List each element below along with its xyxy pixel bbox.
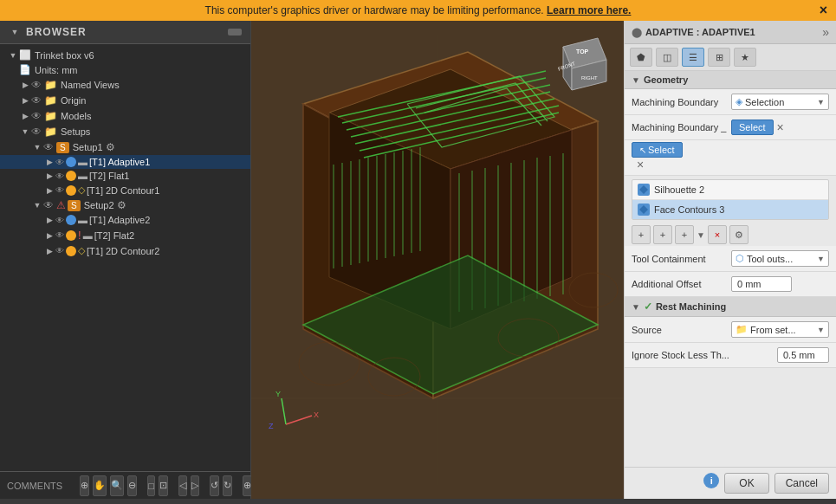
toolbar-btn-plus[interactable]: ⊕	[80, 475, 89, 496]
tree-item-named-views[interactable]: ▶ 👁 📁 Named Views	[0, 77, 250, 93]
geometry-section-header[interactable]: ▼ Geometry	[625, 71, 836, 89]
list-item-silhouette2[interactable]: Silhouette 2	[632, 180, 828, 200]
tree-item-t1contour2[interactable]: ▶ 👁 ◇ [T1] 2D Contour2	[0, 243, 250, 258]
tree-item-setup2[interactable]: ▼ 👁 ⚠ S Setup2 ⚙	[0, 197, 250, 213]
t2flat1-status-icon	[66, 171, 76, 181]
additional-offset-input[interactable]	[731, 276, 792, 292]
face-contours3-label: Face Contours 3	[654, 204, 724, 215]
t1adaptive2-label: [T1] Adaptive2	[89, 215, 150, 225]
svg-text:TOP: TOP	[576, 48, 589, 55]
expand-trinket-icon[interactable]: ▼	[7, 51, 19, 60]
svg-text:X: X	[314, 410, 319, 419]
close-boundary-button[interactable]: ×	[775, 120, 786, 134]
ignore-stock-input[interactable]	[777, 347, 829, 363]
source-dropdown[interactable]: 📁 From set... ▼	[731, 321, 829, 338]
expand-t1adaptive2-icon[interactable]: ▶	[43, 216, 55, 224]
machining-boundary2-row: Machining Boundary _ Select ×	[625, 115, 836, 140]
toolbar-btn-zoom-in[interactable]: 🔍	[110, 475, 124, 496]
toolbar-btn-fwd[interactable]: ▷	[191, 475, 199, 496]
main-row: ▼ BROWSER ▼ ⬜ Trinket box v6 📄 Units: mm	[0, 21, 836, 499]
warning-text: This computer's graphics driver or hardw…	[205, 4, 544, 16]
warning-close-button[interactable]: ×	[820, 3, 827, 18]
toolbar-btn-hand[interactable]: ✋	[93, 475, 107, 496]
panel-title: ADAPTIVE : ADAPTIVE1	[645, 27, 819, 37]
t1contour1-label: [T1] 2D Contour1	[87, 185, 159, 196]
right-panel: ⬤ ADAPTIVE : ADAPTIVE1 » ⬟ ◫ ☰ ⊞ ★ ▼ Geo…	[624, 21, 836, 499]
source-label: Source	[632, 325, 731, 335]
panel-tool-btn-5[interactable]: ★	[734, 48, 756, 67]
ignore-stock-label: Ignore Stock Less Th...	[632, 350, 777, 360]
panel-expand-button[interactable]: »	[822, 25, 829, 39]
tree-item-setups[interactable]: ▼ 👁 📁 Setups	[0, 124, 250, 139]
tree-item-t2flat1[interactable]: ▶ 👁 ▬ [T2] Flat1	[0, 169, 250, 183]
toolbar-btn-grid[interactable]: ⊡	[159, 475, 168, 496]
cancel-button[interactable]: Cancel	[774, 473, 829, 494]
setup2-gear-icon[interactable]: ⚙	[117, 199, 126, 211]
toolbar-btn-redo[interactable]: ↻	[223, 475, 232, 496]
expand-origin-icon[interactable]: ▶	[19, 96, 31, 105]
setup1-gear-icon[interactable]: ⚙	[106, 141, 115, 153]
panel-tool-btn-2[interactable]: ◫	[656, 48, 678, 67]
tool-containment-dropdown[interactable]: ⬡ Tool outs... ▼	[731, 250, 829, 267]
toolbar-btn-undo[interactable]: ↺	[210, 475, 219, 496]
expand-t2flat2-icon[interactable]: ▶	[43, 231, 55, 240]
panel-tool-btn-1[interactable]: ⬟	[630, 48, 652, 67]
expand-t1contour1-icon[interactable]: ▶	[43, 186, 55, 195]
warning-bar: This computer's graphics driver or hardw…	[0, 0, 836, 21]
browser-minimize-button[interactable]	[228, 29, 242, 36]
viewport[interactable]: X Y Z TOP FRONT RIGHT	[251, 21, 624, 499]
browser-title: BROWSER	[26, 26, 87, 38]
warning-link[interactable]: Learn more here.	[547, 4, 631, 16]
svg-line-13	[286, 416, 312, 424]
panel-tool-btn-4[interactable]: ⊞	[708, 48, 730, 67]
list-add-btn-1[interactable]: +	[632, 225, 651, 244]
browser-collapse-icon[interactable]: ▼	[9, 28, 21, 36]
toolbar-btn-frame[interactable]: □	[147, 475, 155, 496]
info-icon: i	[703, 473, 719, 488]
tree-item-t1adaptive1[interactable]: ▶ 👁 ▬ [T1] Adaptive1	[0, 155, 250, 169]
rest-machining-section-header[interactable]: ▼ ✓ Rest Machining	[625, 297, 836, 317]
expand-t2flat1-icon[interactable]: ▶	[43, 171, 55, 180]
t1adaptive1-status-icon	[66, 157, 76, 167]
expand-t1contour2-icon[interactable]: ▶	[43, 247, 55, 255]
sidebar: ▼ BROWSER ▼ ⬜ Trinket box v6 📄 Units: mm	[0, 21, 251, 499]
tree-item-t2flat2[interactable]: ▶ 👁 ! ▬ [T2] Flat2	[0, 227, 250, 243]
tool-containment-value: Tool outs...	[747, 254, 793, 264]
list-dropdown-arrow[interactable]: ▼	[697, 230, 705, 240]
nav-cube[interactable]: TOP FRONT RIGHT	[550, 29, 615, 94]
machining-boundary-value: Selection	[745, 97, 784, 107]
list-item-face-contours3[interactable]: Face Contours 3	[632, 200, 828, 219]
list-settings-btn[interactable]: ⚙	[729, 225, 749, 244]
tree-item-setup1[interactable]: ▼ 👁 S Setup1 ⚙	[0, 139, 250, 155]
tree-item-models[interactable]: ▶ 👁 📁 Models	[0, 108, 250, 124]
ok-button[interactable]: OK	[724, 473, 768, 494]
expand-setup1-icon[interactable]: ▼	[31, 143, 43, 152]
tree-item-t1contour1[interactable]: ▶ 👁 ◇ [T1] 2D Contour1	[0, 183, 250, 197]
tree-area: ▼ ⬜ Trinket box v6 📄 Units: mm ▶ 👁 📁 Nam…	[0, 44, 250, 471]
panel-tool-btn-3[interactable]: ☰	[682, 48, 704, 67]
select-button[interactable]: Select	[731, 120, 774, 135]
list-add-btn-2[interactable]: +	[653, 225, 672, 244]
rest-machining-section-arrow: ▼	[632, 302, 640, 312]
expand-named-views-icon[interactable]: ▶	[19, 81, 31, 89]
expand-setup2-icon[interactable]: ▼	[31, 201, 43, 210]
svg-text:Y: Y	[275, 390, 281, 398]
tree-item-origin[interactable]: ▶ 👁 📁 Origin	[0, 93, 250, 108]
machining-boundary-label: Machining Boundary	[632, 97, 731, 107]
machining-boundary-dropdown[interactable]: ◈ Selection ▼	[731, 94, 829, 110]
list-add-btn-3[interactable]: +	[675, 225, 694, 244]
select-btn-main[interactable]: ↖ Select	[632, 142, 683, 158]
expand-t1adaptive1-icon[interactable]: ▶	[43, 158, 55, 166]
toolbar-btn-back[interactable]: ◁	[178, 475, 187, 496]
toolbar-btn-zoom-out[interactable]: ⊖	[127, 475, 137, 496]
expand-models-icon[interactable]: ▶	[19, 112, 31, 120]
tree-item-trinket[interactable]: ▼ ⬜ Trinket box v6	[0, 48, 250, 62]
close-select-button[interactable]: ×	[635, 158, 645, 171]
machining-boundary-arrow-icon: ▼	[817, 98, 825, 107]
models-label: Models	[61, 111, 91, 121]
list-remove-btn[interactable]: ×	[708, 225, 727, 244]
tool-containment-icon: ⬡	[736, 253, 744, 264]
expand-setups-icon[interactable]: ▼	[19, 127, 31, 136]
tree-item-t1adaptive2[interactable]: ▶ 👁 ▬ [T1] Adaptive2	[0, 213, 250, 227]
tree-item-units: 📄 Units: mm	[0, 62, 250, 77]
